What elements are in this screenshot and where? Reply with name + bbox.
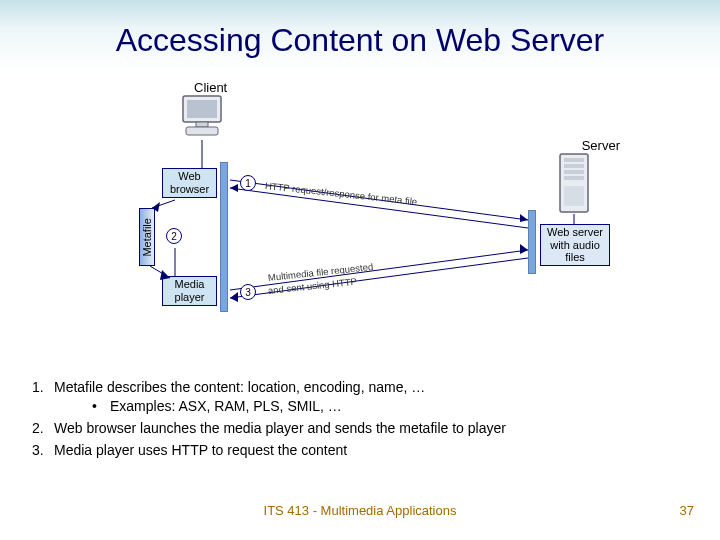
step-2-circle: 2 — [166, 228, 182, 244]
svg-rect-6 — [564, 164, 584, 168]
bullet-3-text: Media player uses HTTP to request the co… — [54, 442, 347, 458]
bullet-2-num: 2. — [32, 419, 44, 438]
svg-marker-21 — [520, 244, 528, 254]
svg-rect-5 — [564, 158, 584, 162]
media-player-label: Media player — [163, 278, 216, 303]
svg-rect-8 — [564, 176, 584, 180]
monitor-icon — [180, 94, 224, 140]
web-browser-box: Web browser — [162, 168, 217, 198]
server-icon — [558, 152, 590, 214]
client-label: Client — [194, 80, 227, 95]
svg-line-15 — [152, 200, 175, 208]
media-player-box: Media player — [162, 276, 217, 306]
bullet-3-num: 3. — [32, 441, 44, 460]
footer-course: ITS 413 - Multimedia Applications — [0, 503, 720, 518]
step-3-circle: 3 — [240, 284, 256, 300]
svg-marker-23 — [230, 292, 238, 302]
web-browser-label: Web browser — [163, 170, 216, 195]
bullet-list: 1. Metafile describes the content: locat… — [26, 378, 694, 463]
svg-marker-14 — [230, 184, 238, 192]
svg-rect-3 — [186, 127, 218, 135]
bullet-1-num: 1. — [32, 378, 44, 397]
footer-page-number: 37 — [680, 503, 694, 518]
bullet-1-text: Metafile describes the content: location… — [54, 379, 425, 395]
server-box: Web server with audio files — [540, 224, 610, 266]
slide-title: Accessing Content on Web Server — [0, 22, 720, 59]
server-box-label: Web server with audio files — [541, 226, 609, 264]
server-timeline-bar — [528, 210, 536, 274]
svg-marker-12 — [520, 214, 528, 222]
svg-rect-7 — [564, 170, 584, 174]
bullet-3: 3. Media player uses HTTP to request the… — [26, 441, 694, 460]
svg-rect-9 — [564, 186, 584, 206]
bullet-1: 1. Metafile describes the content: locat… — [26, 378, 694, 416]
diagram: Client Server Web browser Media player M… — [120, 80, 620, 370]
metafile-label: Metafile — [141, 218, 154, 257]
svg-rect-2 — [196, 122, 208, 127]
client-timeline-bar — [220, 162, 228, 312]
metafile-box: Metafile — [139, 208, 155, 266]
bullet-2: 2. Web browser launches the media player… — [26, 419, 694, 438]
annotation-http-meta: HTTP request/response for meta file — [264, 180, 417, 207]
bullet-1-sub: Examples: ASX, RAM, PLS, SMIL, … — [82, 397, 694, 416]
server-label: Server — [582, 138, 620, 153]
bullet-2-text: Web browser launches the media player an… — [54, 420, 506, 436]
svg-rect-1 — [187, 100, 217, 118]
step-1-circle: 1 — [240, 175, 256, 191]
bullet-1-sub-text: Examples: ASX, RAM, PLS, SMIL, … — [110, 398, 342, 414]
